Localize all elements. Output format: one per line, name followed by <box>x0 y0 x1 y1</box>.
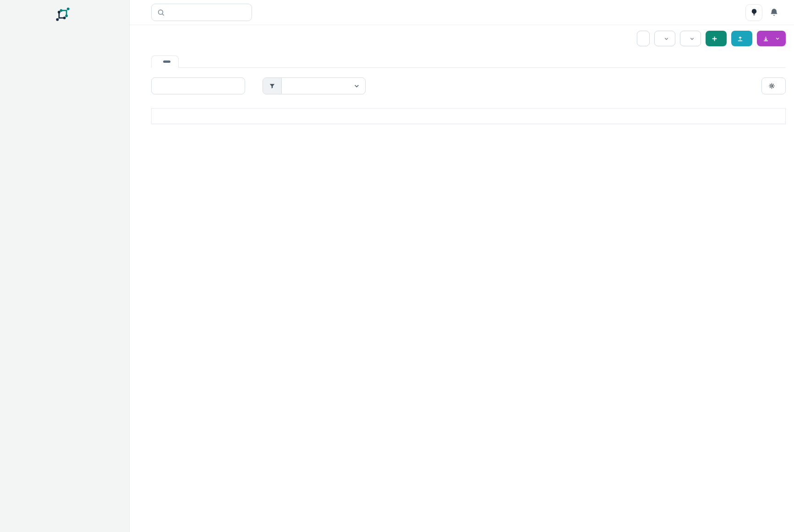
tab-filters[interactable] <box>179 58 194 67</box>
plus-icon <box>712 36 717 42</box>
chevron-down-icon <box>354 83 360 89</box>
main-content <box>130 0 794 532</box>
table-header-row <box>152 109 785 124</box>
export-dropdown[interactable] <box>757 31 786 46</box>
tab-bar <box>151 55 786 68</box>
chevron-down-icon <box>664 36 669 41</box>
upload-icon <box>737 36 743 42</box>
filter-button[interactable] <box>263 78 282 94</box>
netbox-logo-icon <box>55 6 71 22</box>
notifications-bell-icon[interactable] <box>769 8 779 17</box>
chevron-down-icon <box>775 36 780 41</box>
download-icon <box>763 36 769 42</box>
search-input[interactable] <box>170 9 238 16</box>
table-controls <box>151 77 786 94</box>
theme-toggle-button[interactable] <box>745 4 762 21</box>
netbox-logo[interactable] <box>0 0 129 23</box>
results-count-badge <box>163 60 170 63</box>
hide-depth-indicators-button[interactable] <box>637 31 650 46</box>
saved-filter-group <box>263 77 366 94</box>
quick-search-input[interactable] <box>151 77 245 94</box>
tab-results[interactable] <box>151 55 179 68</box>
page-header <box>151 29 786 48</box>
lightbulb-icon <box>750 8 758 16</box>
import-button[interactable] <box>731 31 752 46</box>
funnel-icon <box>269 83 275 89</box>
configure-table-button[interactable] <box>761 77 786 94</box>
global-search <box>151 4 252 21</box>
add-button[interactable] <box>706 31 727 46</box>
max-depth-dropdown[interactable] <box>654 31 675 46</box>
topbar <box>130 0 794 25</box>
search-icon <box>157 9 165 16</box>
max-length-dropdown[interactable] <box>680 31 701 46</box>
chevron-down-icon <box>690 36 695 41</box>
prefixes-table <box>151 108 786 124</box>
gear-icon <box>768 82 775 89</box>
sidebar <box>0 0 130 532</box>
filter-select[interactable] <box>282 78 365 94</box>
